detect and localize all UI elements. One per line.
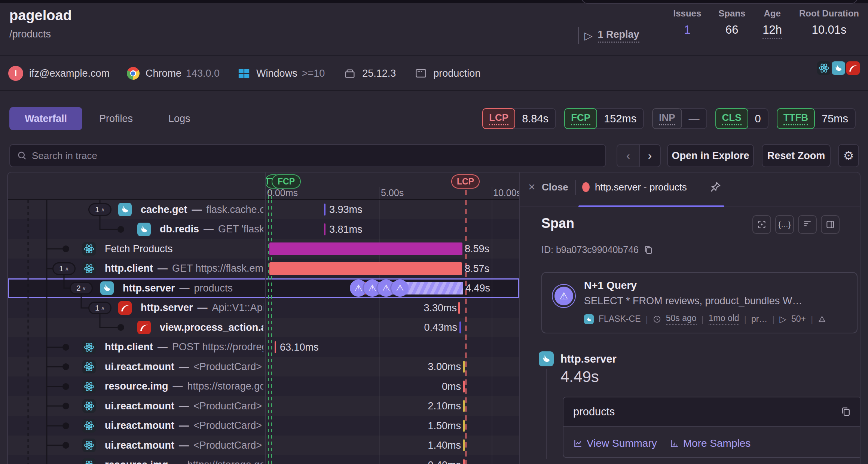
open-in-explore-button[interactable]: Open in Explore bbox=[667, 144, 754, 167]
view-summary-link[interactable]: View Summary bbox=[573, 437, 657, 449]
span-bar[interactable] bbox=[459, 321, 461, 333]
next-button[interactable]: › bbox=[639, 144, 661, 167]
span-row[interactable]: 1∧ cache.get—flask.cache.org 3.93ms bbox=[8, 200, 519, 220]
span-bar[interactable] bbox=[275, 341, 276, 353]
span-row-selected[interactable]: 2∨ http.server—products ⚠ ⚠ ⚠ ⚠ 4.49s bbox=[8, 278, 519, 298]
vital-ttfb[interactable]: TTFB 75ms bbox=[777, 108, 856, 129]
copy-icon[interactable] bbox=[840, 406, 852, 417]
expand-toggle[interactable]: 1∧ bbox=[88, 302, 111, 314]
flask-icon bbox=[100, 281, 114, 295]
span-bar[interactable] bbox=[463, 459, 465, 464]
replay-link[interactable]: ▷ 1 Replay bbox=[578, 27, 639, 44]
pin-icon[interactable] bbox=[709, 181, 722, 193]
browser-name: Chrome bbox=[146, 68, 181, 79]
divider bbox=[578, 27, 579, 44]
vital-value: 8.84s bbox=[511, 108, 556, 129]
settings-button[interactable]: ⚙ bbox=[838, 144, 859, 167]
react-icon bbox=[82, 262, 96, 275]
span-label: http.server—products bbox=[123, 278, 263, 298]
span-row[interactable]: http.client—POST https://prodregi 63.10m… bbox=[8, 338, 519, 357]
span-bar[interactable] bbox=[324, 204, 326, 216]
reset-zoom-button[interactable]: Reset Zoom bbox=[762, 144, 831, 167]
detail-tab-title[interactable]: http.server - products bbox=[595, 181, 687, 193]
copy-icon[interactable] bbox=[643, 245, 654, 255]
focus-span-button[interactable] bbox=[752, 215, 771, 234]
span-row[interactable]: ui.react.mount—<ProductCard> 1.40ms bbox=[8, 436, 519, 455]
search-input[interactable]: Search in trace bbox=[9, 144, 606, 167]
span-row[interactable]: ui.react.mount—<ProductCard> 3.00ms bbox=[8, 357, 519, 377]
tree-header bbox=[8, 173, 265, 200]
vital-cls[interactable]: CLS 0 bbox=[715, 108, 768, 129]
child-count: 1 bbox=[95, 205, 100, 214]
span-bar[interactable] bbox=[463, 420, 465, 432]
json-view-button[interactable]: {…} bbox=[775, 215, 794, 234]
close-icon[interactable]: × bbox=[528, 180, 535, 194]
span-row[interactable]: Fetch Products 8.59s bbox=[8, 239, 519, 259]
performance-issue-icon[interactable]: ⚠ bbox=[391, 280, 409, 297]
span-label: db.redis—GET 'flask.ca bbox=[160, 220, 263, 239]
span-row[interactable]: view.process_action.ac 0.43ms bbox=[8, 318, 519, 338]
chevron-down-icon: ∨ bbox=[82, 285, 86, 291]
span-row[interactable]: ui.react.mount—<ProductCard> 2.10ms bbox=[8, 396, 519, 416]
lcp-marker-pill[interactable]: LCP bbox=[451, 174, 480, 189]
expand-toggle[interactable]: 2∨ bbox=[70, 282, 93, 294]
close-button[interactable]: Close bbox=[542, 181, 568, 193]
issue-card[interactable]: ⚠ N+1 Query SELECT * FROM reviews, produ… bbox=[541, 272, 858, 333]
chrome-icon bbox=[126, 66, 140, 80]
react-icon bbox=[82, 341, 96, 354]
tab-waterfall[interactable]: Waterfall bbox=[9, 107, 82, 130]
span-bar[interactable] bbox=[324, 223, 326, 235]
issue-meta: FLASK-CE | 50s ago | 1mo old | pr… | ▷ 5… bbox=[584, 313, 826, 325]
span-row[interactable]: db.redis—GET 'flask.ca 3.81ms bbox=[8, 220, 519, 239]
span-row[interactable]: ui.react.mount—<ProductCard> 1.50ms bbox=[8, 416, 519, 436]
span-bar[interactable] bbox=[463, 381, 465, 393]
react-icon bbox=[82, 380, 96, 393]
span-label: ui.react.mount—<ProductCard> bbox=[105, 357, 263, 377]
chevron-up-icon: ∧ bbox=[101, 207, 105, 213]
issue-title[interactable]: N+1 Query bbox=[584, 280, 637, 291]
stat-value[interactable]: 1 bbox=[684, 23, 690, 37]
child-count: 2 bbox=[76, 284, 81, 293]
os-version: >=10 bbox=[302, 68, 325, 79]
trace-app: pageload /products ▷ 1 Replay Issues 1 S… bbox=[0, 0, 868, 464]
panel-divider[interactable] bbox=[265, 173, 266, 464]
expand-toggle[interactable]: 1∧ bbox=[88, 203, 111, 216]
span-row[interactable]: 1∧ http.server—Api::V1::ApiCo 3.30ms bbox=[8, 298, 519, 318]
span-bar[interactable] bbox=[463, 361, 465, 373]
span-duration: 3.81ms bbox=[329, 220, 363, 239]
profile-view-button[interactable] bbox=[798, 215, 817, 234]
page-subtitle: /products bbox=[9, 28, 51, 40]
span-row[interactable]: 1∧ http.client—GET https://flask.emp 8.5… bbox=[8, 259, 519, 279]
fcp-marker-pill[interactable]: FCP bbox=[272, 174, 301, 189]
layout-columns-button[interactable] bbox=[821, 215, 840, 234]
span-duration: 3.00ms bbox=[428, 357, 461, 377]
span-row[interactable]: resource.img—https://storage.goo 0ms bbox=[8, 377, 519, 397]
tab-logs[interactable]: Logs bbox=[168, 107, 190, 130]
span-bar[interactable] bbox=[463, 400, 465, 412]
vital-inp[interactable]: INP — bbox=[652, 108, 707, 129]
issue-age[interactable]: 1mo old bbox=[709, 313, 739, 325]
vital-lcp[interactable]: LCP 8.84s bbox=[482, 108, 556, 129]
stat-value[interactable]: 12h bbox=[762, 23, 782, 39]
expand-toggle[interactable]: 1∧ bbox=[52, 262, 76, 275]
replay-label[interactable]: 1 Replay bbox=[598, 29, 639, 43]
flask-project-icon bbox=[832, 61, 845, 75]
span-label: http.client—POST https://prodregi bbox=[105, 338, 263, 357]
stat-age: Age 12h bbox=[762, 8, 782, 39]
span-bar[interactable] bbox=[463, 439, 465, 451]
vital-label: FCP bbox=[571, 112, 590, 125]
span-bar[interactable] bbox=[269, 242, 462, 255]
rails-icon bbox=[118, 301, 132, 315]
vital-fcp[interactable]: FCP 152ms bbox=[564, 108, 644, 129]
span-bar[interactable] bbox=[269, 262, 462, 275]
span-bar[interactable] bbox=[458, 302, 460, 314]
stat-label: Root Duration bbox=[799, 8, 859, 19]
line-chart-icon bbox=[573, 439, 583, 448]
browser-version: 143.0.0 bbox=[186, 68, 220, 79]
tab-profiles[interactable]: Profiles bbox=[99, 107, 133, 130]
span-row[interactable]: resource.img—https://storage.goo 0.40ms bbox=[8, 455, 519, 464]
more-samples-link[interactable]: More Samples bbox=[670, 437, 751, 449]
prev-button[interactable]: ‹ bbox=[617, 144, 639, 167]
issue-last-seen[interactable]: 50s ago bbox=[666, 313, 697, 325]
waterfall-axis[interactable]: TTFB FCP LCP 0.00ms 5.00s 10.00s bbox=[265, 173, 519, 200]
